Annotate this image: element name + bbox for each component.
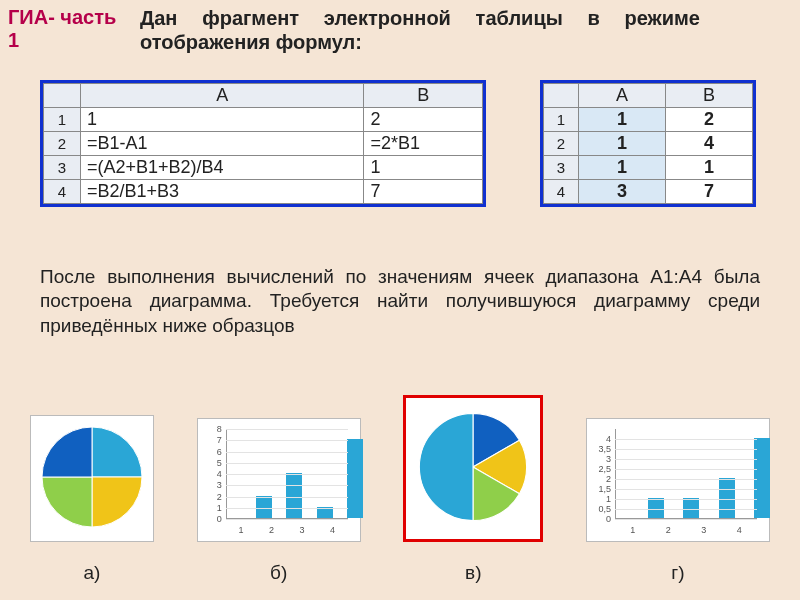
y-tick-label: 6 [204,447,222,457]
pie-slice [420,413,474,520]
y-tick-label: 7 [204,435,222,445]
option-a: а) [30,415,154,584]
option-a-label: а) [84,562,101,584]
option-c: в) [403,395,543,584]
y-tick-label: 4 [593,434,611,444]
x-tick-label: 2 [269,525,274,535]
cell-A3: 1 [579,156,666,180]
col-header-B: B [666,84,753,108]
row-header: 4 [544,180,579,204]
slide-section-label: ГИА- часть 1 [8,6,116,52]
chart-pie-c-correct [403,395,543,542]
bar [648,498,664,518]
task-paragraph: После выполнения вычислений по значениям… [40,265,760,338]
chart-bar-b: 0123456781234 [197,418,361,542]
cell-B3: 1 [364,156,483,180]
cell-A2: 1 [579,132,666,156]
chart-pie-a [30,415,154,542]
y-tick-label: 0,5 [593,504,611,514]
chart-bar-d: 00,511,522,533,541234 [586,418,770,542]
pie-slice [42,427,92,477]
option-b-label: б) [270,562,287,584]
x-tick-label: 2 [666,525,671,535]
x-tick-label: 4 [330,525,335,535]
cell-B3: 1 [666,156,753,180]
x-tick-label: 1 [630,525,635,535]
pie-slice [42,477,92,527]
corner-cell [544,84,579,108]
spreadsheet-values-view: AB112214311437 [540,80,756,207]
bar [286,473,302,518]
cell-B4: 7 [666,180,753,204]
x-tick-label: 4 [737,525,742,535]
slide-heading: Дан фрагмент электронной таблицы в режим… [140,6,700,54]
y-tick-label: 2 [593,474,611,484]
y-tick-label: 2,5 [593,464,611,474]
y-tick-label: 2 [204,492,222,502]
bar [719,478,735,518]
cell-B4: 7 [364,180,483,204]
cell-A4: =B2/B1+B3 [81,180,364,204]
cell-B1: 2 [666,108,753,132]
bar [683,498,699,518]
cell-A2: =B1-A1 [81,132,364,156]
y-tick-label: 0 [204,514,222,524]
bar [256,496,272,519]
cell-A1: 1 [579,108,666,132]
cell-A3: =(A2+B1+B2)/B4 [81,156,364,180]
option-c-label: в) [465,562,481,584]
col-header-A: A [81,84,364,108]
y-tick-label: 3 [204,480,222,490]
y-tick-label: 4 [204,469,222,479]
y-tick-label: 1 [204,503,222,513]
cell-A4: 3 [579,180,666,204]
y-tick-label: 5 [204,458,222,468]
row-header: 4 [44,180,81,204]
pie-slice [92,427,142,477]
answer-options-row: а) 0123456781234 б) в) 00,511,522,533,54… [30,395,770,584]
cell-B2: =2*B1 [364,132,483,156]
pie-slice [92,477,142,527]
col-header-B: B [364,84,483,108]
row-header: 2 [544,132,579,156]
y-tick-label: 3 [593,454,611,464]
row-header: 1 [44,108,81,132]
bar [754,438,770,518]
x-tick-label: 3 [701,525,706,535]
row-header: 2 [44,132,81,156]
cell-B1: 2 [364,108,483,132]
cell-B2: 4 [666,132,753,156]
y-tick-label: 0 [593,514,611,524]
y-tick-label: 3,5 [593,444,611,454]
y-tick-label: 8 [204,424,222,434]
option-d-label: г) [671,562,684,584]
option-d: 00,511,522,533,541234 г) [586,418,770,584]
y-tick-label: 1,5 [593,484,611,494]
option-b: 0123456781234 б) [197,418,361,584]
col-header-A: A [579,84,666,108]
corner-cell [44,84,81,108]
row-header: 3 [544,156,579,180]
y-tick-label: 1 [593,494,611,504]
cell-A1: 1 [81,108,364,132]
row-header: 3 [44,156,81,180]
bar [347,439,363,518]
x-tick-label: 1 [238,525,243,535]
spreadsheet-formula-view: AB1122=B1-A1=2*B13=(A2+B1+B2)/B414=B2/B1… [40,80,486,207]
row-header: 1 [544,108,579,132]
x-tick-label: 3 [299,525,304,535]
